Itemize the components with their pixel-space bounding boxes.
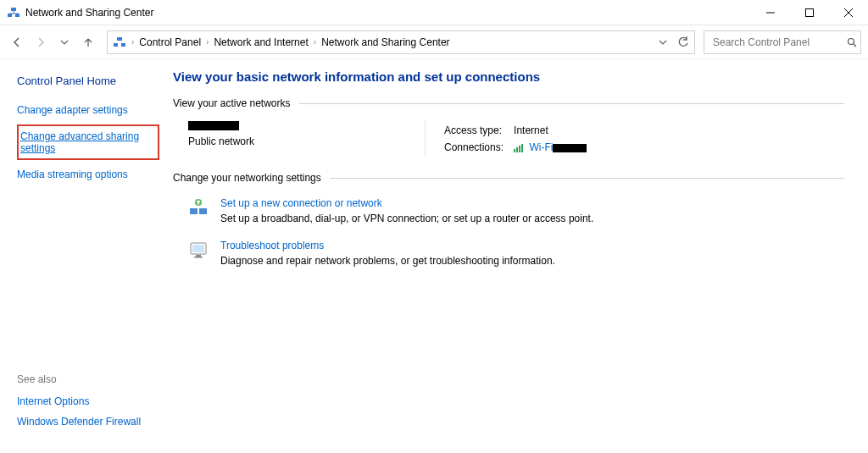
svg-rect-11 (117, 37, 122, 41)
access-type-label: Access type: (444, 123, 512, 138)
setup-connection-icon (188, 197, 209, 218)
media-streaming-link[interactable]: Media streaming options (17, 168, 159, 180)
network-name-redacted (188, 121, 239, 130)
refresh-button[interactable] (677, 36, 689, 48)
chevron-right-icon: › (206, 37, 209, 47)
internet-options-link[interactable]: Internet Options (17, 395, 159, 407)
search-input[interactable] (711, 36, 842, 49)
window-title: Network and Sharing Center (25, 7, 153, 19)
connection-ssid-redacted (553, 144, 587, 152)
troubleshoot-item: Troubleshoot problems Diagnose and repai… (173, 235, 844, 277)
breadcrumb-control-panel[interactable]: Control Panel (139, 36, 201, 48)
change-settings-label: Change your networking settings (173, 172, 321, 184)
connections-label: Connections: (444, 140, 512, 155)
address-icon (113, 36, 126, 49)
breadcrumb-network-internet[interactable]: Network and Internet (214, 36, 308, 48)
svg-rect-19 (196, 255, 201, 257)
network-details: Access type: Internet Connections: Wi-Fi (426, 121, 597, 157)
window-titlebar: Network and Sharing Center (0, 0, 868, 25)
forward-button[interactable] (31, 32, 51, 52)
troubleshoot-icon (188, 240, 209, 260)
chevron-right-icon: › (314, 37, 316, 47)
search-box[interactable] (704, 30, 861, 54)
app-icon (7, 6, 20, 19)
network-identity: Public network (188, 121, 426, 157)
content-area: Control Panel Home Change adapter settin… (0, 59, 868, 453)
svg-rect-10 (121, 43, 125, 47)
svg-rect-18 (192, 245, 204, 252)
change-adapter-link[interactable]: Change adapter settings (17, 104, 159, 116)
active-networks-label: View your active networks (173, 97, 291, 109)
address-dropdown-icon[interactable] (659, 38, 667, 47)
troubleshoot-link[interactable]: Troubleshoot problems (220, 240, 555, 251)
address-bar[interactable]: › Control Panel › Network and Internet ›… (107, 30, 695, 54)
see-also-section: See also Internet Options Windows Defend… (17, 373, 159, 436)
svg-rect-1 (15, 14, 19, 17)
setup-connection-item: Set up a new connection or network Set u… (173, 192, 844, 235)
search-icon[interactable] (847, 37, 857, 47)
page-title: View your basic network information and … (173, 69, 844, 84)
back-button[interactable] (7, 32, 27, 52)
chevron-right-icon: › (131, 37, 134, 47)
change-settings-header: Change your networking settings (173, 172, 844, 184)
svg-rect-2 (11, 8, 16, 11)
svg-point-12 (849, 38, 854, 44)
wifi-signal-icon (514, 144, 523, 152)
active-network-block: Public network Access type: Internet Con… (173, 118, 844, 172)
svg-rect-20 (194, 257, 203, 258)
svg-rect-6 (806, 8, 814, 16)
minimize-button[interactable] (751, 0, 790, 25)
recent-dropdown[interactable] (54, 32, 75, 52)
network-type: Public network (188, 135, 408, 147)
up-button[interactable] (78, 32, 98, 52)
control-panel-home-link[interactable]: Control Panel Home (17, 75, 159, 87)
svg-line-13 (854, 44, 856, 47)
troubleshoot-desc: Diagnose and repair network problems, or… (220, 255, 555, 267)
svg-rect-9 (114, 43, 118, 47)
divider (299, 103, 844, 104)
change-advanced-sharing-link[interactable]: Change advanced sharing settings (17, 124, 159, 160)
navigation-bar: › Control Panel › Network and Internet ›… (0, 25, 868, 59)
sidebar: Control Panel Home Change adapter settin… (0, 59, 170, 453)
maximize-button[interactable] (790, 0, 829, 25)
main-panel: View your basic network information and … (170, 59, 868, 453)
svg-rect-0 (8, 14, 12, 17)
windows-firewall-link[interactable]: Windows Defender Firewall (17, 416, 159, 428)
connection-link[interactable]: Wi-Fi (529, 141, 553, 153)
window-controls (751, 0, 868, 25)
svg-rect-15 (199, 208, 207, 214)
setup-connection-desc: Set up a broadband, dial-up, or VPN conn… (220, 213, 593, 224)
setup-connection-link[interactable]: Set up a new connection or network (220, 197, 593, 209)
svg-rect-14 (190, 208, 198, 214)
divider (330, 178, 844, 179)
breadcrumb-network-sharing[interactable]: Network and Sharing Center (321, 36, 449, 48)
active-networks-header: View your active networks (173, 97, 844, 109)
connection-name: Wi-Fi (529, 141, 553, 153)
close-button[interactable] (829, 0, 868, 25)
see-also-label: See also (17, 373, 159, 385)
access-type-value: Internet (514, 123, 595, 138)
